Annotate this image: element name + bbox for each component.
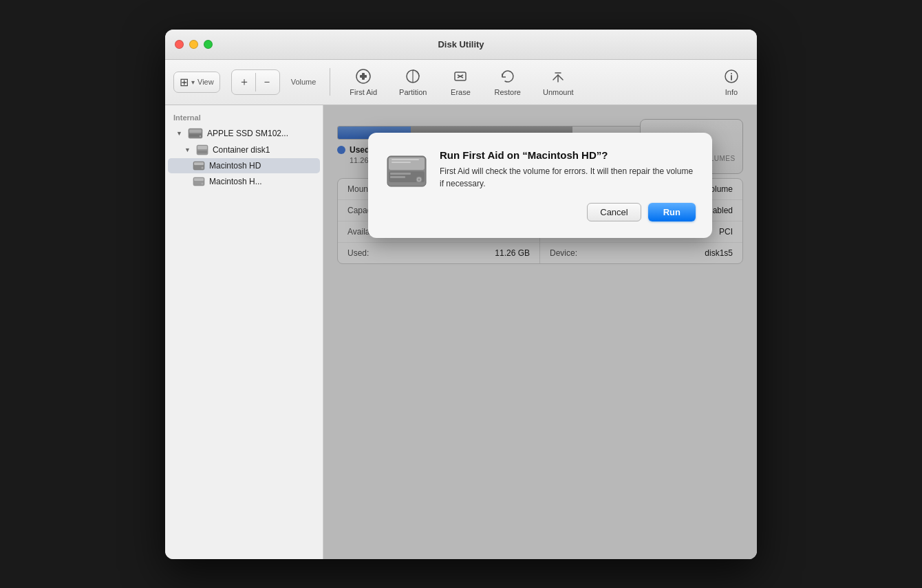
- volume-label: Volume: [291, 78, 317, 86]
- first-aid-dialog: Run First Aid on “Macintosh HD”? First A…: [368, 133, 712, 238]
- svg-rect-16: [197, 151, 207, 153]
- unmount-icon: [550, 68, 566, 87]
- svg-point-22: [202, 182, 204, 184]
- svg-rect-2: [360, 75, 367, 78]
- sidebar-section-internal: Internal: [165, 111, 323, 124]
- run-button[interactable]: Run: [648, 203, 696, 221]
- restore-icon: [500, 68, 516, 87]
- traffic-lights: [175, 40, 213, 49]
- titlebar: Disk Utility: [165, 30, 757, 60]
- remove-volume-button[interactable]: －: [256, 73, 278, 91]
- view-label: View: [197, 78, 214, 86]
- cancel-button[interactable]: Cancel: [587, 203, 641, 221]
- ssd-label: APPLE SSD SM102...: [207, 129, 288, 138]
- main-content: Internal ▼ APPLE SSD SM102... ▼: [165, 105, 757, 559]
- svg-point-13: [200, 135, 201, 136]
- dialog-body: First Aid will check the volume for erro…: [440, 165, 696, 190]
- info-icon: [723, 68, 740, 87]
- partition-icon: [405, 68, 421, 87]
- close-button[interactable]: [175, 40, 184, 49]
- svg-rect-21: [194, 178, 204, 181]
- svg-rect-18: [194, 162, 204, 165]
- svg-rect-31: [392, 162, 411, 163]
- sidebar: Internal ▼ APPLE SSD SM102... ▼: [165, 105, 323, 559]
- sidebar-item-macintosh-hd2[interactable]: Macintosh H...: [168, 174, 320, 189]
- svg-rect-30: [392, 159, 419, 160]
- unmount-label: Unmount: [543, 88, 574, 96]
- volume-icon: [193, 176, 205, 187]
- add-volume-button[interactable]: ＋: [233, 73, 256, 91]
- unmount-button[interactable]: Unmount: [537, 65, 579, 99]
- minimize-button[interactable]: [189, 40, 198, 49]
- partition-button[interactable]: Partition: [394, 65, 432, 99]
- macintosh-hd2-label: Macintosh H...: [209, 177, 262, 186]
- dialog-header: Run First Aid on “Macintosh HD”? First A…: [385, 149, 696, 193]
- expand-icon: ▼: [176, 130, 182, 137]
- first-aid-icon: [355, 68, 372, 87]
- svg-point-19: [202, 166, 204, 168]
- info-label: Info: [725, 88, 738, 96]
- view-button[interactable]: ⊞ ▾ View: [173, 72, 220, 93]
- svg-rect-11: [189, 129, 202, 133]
- sidebar-item-ssd[interactable]: ▼ APPLE SSD SM102...: [168, 125, 320, 142]
- sidebar-icon: ⊞: [180, 76, 189, 89]
- disk-icon: [188, 127, 203, 140]
- dialog-overlay: Run First Aid on “Macintosh HD”? First A…: [323, 105, 757, 559]
- sidebar-item-macintosh-hd[interactable]: Macintosh HD: [168, 158, 320, 173]
- svg-rect-27: [390, 176, 405, 178]
- volume-button-group: ＋ －: [231, 69, 280, 95]
- dialog-disk-icon: [385, 149, 429, 193]
- toolbar: ⊞ ▾ View ＋ － Volume First Aid: [165, 60, 757, 105]
- detail-panel: 1 TB SHARED BY 5 VOLUMES Used 11: [323, 105, 757, 559]
- maximize-button[interactable]: [204, 40, 213, 49]
- expand-icon: ▼: [184, 146, 191, 153]
- svg-rect-15: [197, 146, 207, 149]
- info-button[interactable]: Info: [714, 65, 749, 99]
- container-label: Container disk1: [213, 145, 270, 155]
- container-icon: [196, 144, 208, 155]
- sidebar-item-container[interactable]: ▼ Container disk1: [168, 142, 320, 157]
- svg-rect-26: [390, 173, 411, 175]
- erase-button[interactable]: Erase: [443, 65, 478, 99]
- chevron-icon: ▾: [191, 78, 195, 86]
- first-aid-button[interactable]: First Aid: [344, 65, 383, 99]
- restore-label: Restore: [494, 88, 521, 96]
- erase-icon: [452, 68, 469, 87]
- dialog-buttons: Cancel Run: [385, 203, 696, 221]
- window-title: Disk Utility: [438, 39, 484, 50]
- erase-label: Erase: [451, 88, 471, 96]
- dialog-text-area: Run First Aid on “Macintosh HD”? First A…: [440, 149, 696, 190]
- svg-point-9: [731, 73, 732, 74]
- restore-button[interactable]: Restore: [489, 65, 526, 99]
- svg-point-29: [418, 178, 420, 180]
- disk-utility-window: Disk Utility ⊞ ▾ View ＋ － Volume Firs: [165, 30, 757, 559]
- volume-icon: [193, 160, 205, 171]
- first-aid-label: First Aid: [350, 88, 377, 96]
- partition-label: Partition: [399, 88, 427, 96]
- dialog-title: Run First Aid on “Macintosh HD”?: [440, 149, 696, 161]
- macintosh-hd-label: Macintosh HD: [209, 161, 261, 171]
- toolbar-separator: [330, 68, 330, 96]
